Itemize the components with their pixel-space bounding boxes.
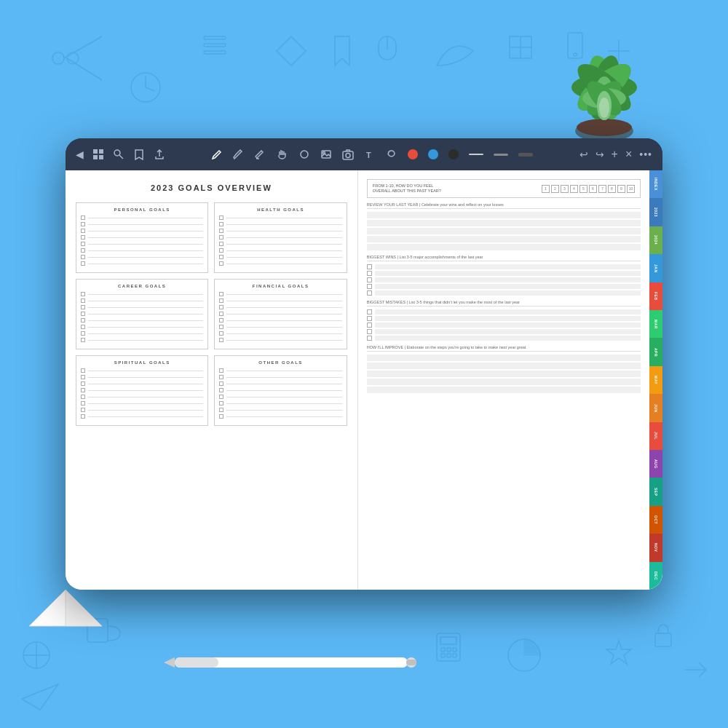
rating-2[interactable]: 2	[551, 185, 559, 193]
camera-tool[interactable]	[342, 149, 354, 160]
goal-item	[219, 235, 341, 240]
rating-boxes: 1 2 3 4 5 6 7 8 9 10	[542, 185, 635, 193]
undo-button[interactable]: ↩	[579, 149, 588, 160]
other-goals-title: OTHER GOALS	[219, 360, 341, 365]
tab-2024[interactable]: 2024	[649, 226, 662, 254]
goal-item	[219, 395, 341, 399]
rating-3[interactable]: 3	[561, 185, 569, 193]
tab-index[interactable]: INDEX	[649, 170, 662, 198]
tab-2023[interactable]: 2023	[649, 198, 662, 226]
goal-item	[81, 298, 203, 303]
goal-item	[81, 215, 203, 220]
svg-point-49	[582, 88, 626, 108]
side-tabs: INDEX 2023 2024 JAN FEB MAR APR MAY JUN …	[649, 170, 662, 590]
rating-10[interactable]: 10	[627, 185, 635, 193]
rating-9[interactable]: 9	[617, 185, 625, 193]
rating-4[interactable]: 4	[570, 185, 578, 193]
goal-item	[81, 305, 203, 309]
rating-1[interactable]: 1	[542, 185, 550, 193]
svg-line-6	[146, 87, 154, 91]
black-color[interactable]	[448, 149, 459, 159]
tab-aug[interactable]: AUG	[649, 450, 662, 478]
improve-line	[367, 379, 641, 385]
svg-rect-61	[93, 149, 98, 154]
goal-item	[219, 255, 341, 259]
svg-point-58	[406, 657, 416, 668]
svg-marker-54	[66, 590, 102, 626]
search-icon[interactable]	[113, 149, 124, 160]
share-icon[interactable]	[154, 149, 165, 160]
goal-item	[219, 229, 341, 233]
svg-rect-8	[204, 44, 226, 47]
svg-rect-27	[441, 648, 445, 652]
highlighter-tool[interactable]	[255, 149, 266, 160]
thin-line[interactable]	[469, 154, 483, 155]
blue-color[interactable]	[428, 149, 438, 159]
tab-oct[interactable]: OCT	[649, 506, 662, 534]
rating-8[interactable]: 8	[608, 185, 616, 193]
svg-point-51	[597, 91, 612, 120]
bookmark-icon[interactable]	[133, 149, 145, 160]
svg-rect-63	[93, 155, 98, 159]
thick-line[interactable]	[518, 153, 533, 157]
tab-jul[interactable]: JUL	[649, 422, 662, 450]
goal-item	[219, 318, 341, 323]
pen-tool[interactable]	[211, 149, 223, 160]
tab-apr[interactable]: APR	[649, 338, 662, 365]
back-button[interactable]: ◀	[76, 149, 84, 160]
hand-tool[interactable]	[277, 149, 288, 160]
add-button[interactable]: +	[612, 148, 618, 161]
tab-jan[interactable]: JAN	[649, 254, 662, 282]
goal-item	[81, 408, 203, 412]
rating-7[interactable]: 7	[598, 185, 606, 193]
svg-point-52	[599, 98, 609, 118]
tab-jun[interactable]: JUN	[649, 394, 662, 422]
tab-dec[interactable]: DEC	[649, 562, 662, 590]
lasso-tool[interactable]	[386, 149, 397, 160]
svg-point-17	[574, 53, 577, 56]
tab-sep[interactable]: SEP	[649, 478, 662, 505]
tab-feb[interactable]: FEB	[649, 282, 662, 310]
svg-rect-29	[453, 648, 456, 652]
medium-line[interactable]	[494, 154, 508, 156]
redo-button[interactable]: ↪	[596, 149, 604, 160]
mistake-item	[367, 336, 641, 341]
goal-item	[219, 375, 341, 379]
goal-item	[219, 305, 341, 309]
more-button[interactable]: •••	[639, 149, 652, 160]
shapes-tool[interactable]	[298, 149, 310, 160]
rating-6[interactable]: 6	[589, 185, 597, 193]
win-item	[367, 271, 641, 276]
rating-5[interactable]: 5	[579, 185, 587, 193]
svg-rect-62	[99, 149, 103, 154]
goal-item	[219, 298, 341, 303]
tablet: ◀	[66, 138, 662, 590]
tab-nov[interactable]: NOV	[649, 534, 662, 561]
tablet-screen: 2023 GOALS OVERVIEW PERSONAL GOALS	[66, 170, 662, 590]
goal-item	[219, 381, 341, 386]
eraser-tool[interactable]	[233, 149, 245, 160]
text-tool[interactable]: T	[364, 149, 376, 160]
svg-rect-35	[655, 633, 671, 646]
goal-item	[219, 261, 341, 266]
goal-item	[81, 331, 203, 336]
goal-item	[81, 414, 203, 419]
personal-goals-title: PERSONAL GOALS	[81, 207, 203, 212]
grid-icon[interactable]	[92, 149, 104, 160]
tab-mar[interactable]: MAR	[649, 310, 662, 338]
image-tool[interactable]	[320, 149, 332, 160]
svg-rect-26	[440, 637, 456, 644]
page-title: 2023 GOALS OVERVIEW	[76, 183, 347, 192]
red-color[interactable]	[408, 149, 418, 159]
goal-item	[81, 325, 203, 329]
goal-item	[81, 375, 203, 379]
goal-item	[81, 261, 203, 266]
improve-line	[367, 371, 641, 377]
tab-may[interactable]: MAY	[649, 366, 662, 394]
improve-line	[367, 355, 641, 361]
svg-rect-59	[406, 660, 416, 665]
review-line	[367, 244, 641, 250]
mistake-item	[367, 316, 641, 321]
close-button[interactable]: ×	[625, 148, 632, 161]
win-item	[367, 284, 641, 289]
